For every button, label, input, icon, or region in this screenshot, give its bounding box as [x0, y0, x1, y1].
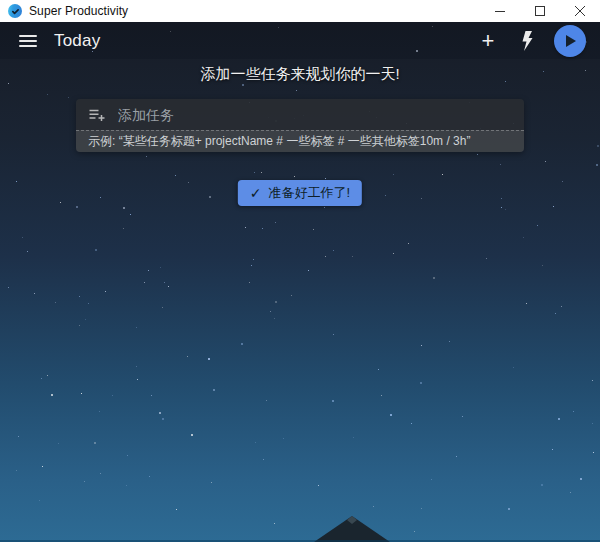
star [313, 229, 314, 230]
star [477, 154, 478, 155]
star [420, 382, 422, 384]
star [421, 345, 422, 346]
star [16, 181, 17, 182]
star [79, 296, 80, 297]
star [213, 389, 215, 391]
star [513, 367, 514, 368]
star [431, 479, 432, 480]
star [16, 470, 17, 471]
star [126, 485, 127, 486]
close-button[interactable] [560, 0, 600, 22]
playlist-add-icon [88, 106, 106, 124]
star [501, 198, 502, 199]
star [381, 395, 382, 396]
star [555, 313, 556, 314]
focus-mode-button[interactable] [516, 27, 540, 55]
star [34, 293, 35, 294]
star [164, 282, 165, 283]
window-title: Super Productivity [29, 4, 128, 18]
star [94, 442, 96, 444]
add-task-input-row [76, 99, 524, 130]
app-window: Super Productivity Today [0, 0, 600, 542]
star [81, 393, 82, 394]
plus-icon: + [482, 28, 495, 54]
add-task-button[interactable]: + [474, 27, 502, 55]
background-sky: Today + 添加一些任务来规划你的一天! 示例: “某些任务标题+ proj… [0, 22, 600, 542]
star [414, 531, 415, 532]
star [84, 481, 85, 482]
star [112, 395, 113, 396]
star [208, 358, 210, 360]
star [176, 509, 177, 510]
star [545, 161, 546, 162]
star [385, 195, 386, 196]
star [58, 443, 59, 444]
ready-button-label: 准备好工作了! [269, 184, 351, 202]
star [274, 318, 275, 319]
star [593, 452, 594, 453]
lightning-bolt-icon [521, 31, 535, 51]
star [254, 172, 255, 173]
star [500, 164, 501, 165]
star [262, 228, 263, 229]
minimize-button[interactable] [480, 0, 520, 22]
star [55, 302, 56, 303]
play-button[interactable] [554, 25, 586, 57]
star [393, 174, 394, 175]
star [449, 341, 450, 342]
star [255, 442, 256, 443]
star [100, 197, 101, 198]
star [79, 325, 80, 326]
star [505, 209, 506, 210]
star [411, 423, 412, 424]
maximize-button[interactable] [520, 0, 560, 22]
main-header: Today + [0, 22, 600, 59]
star [408, 243, 409, 244]
star [241, 343, 243, 345]
star [253, 259, 254, 260]
star [261, 172, 262, 173]
star [275, 301, 277, 303]
star [162, 307, 163, 308]
star [42, 466, 43, 467]
star [308, 270, 309, 271]
star [353, 437, 354, 438]
star [162, 418, 164, 420]
star [191, 434, 193, 436]
star [442, 174, 443, 175]
star [592, 423, 593, 424]
star [486, 258, 487, 259]
add-task-bar: 示例: “某些任务标题+ projectName # 一些标签 # 一些其他标签… [76, 99, 524, 152]
star [88, 303, 89, 304]
star [274, 523, 275, 524]
star [209, 196, 211, 198]
star [159, 412, 161, 414]
ready-to-work-button[interactable]: ✓ 准备好工作了! [238, 180, 362, 206]
star [552, 449, 553, 450]
star [421, 508, 422, 509]
add-task-input[interactable] [116, 106, 512, 124]
star [211, 482, 212, 483]
star [123, 228, 124, 229]
star [245, 227, 246, 228]
star [597, 145, 599, 147]
welcome-headline: 添加一些任务来规划你的一天! [0, 65, 600, 84]
star [393, 253, 394, 254]
star [251, 265, 252, 266]
star [144, 282, 145, 283]
star [175, 175, 176, 176]
mountain-silhouette [314, 516, 390, 542]
star [47, 94, 48, 95]
star [68, 97, 69, 98]
star [333, 250, 334, 251]
add-task-hint: 示例: “某些任务标题+ projectName # 一些标签 # 一些其他标签… [76, 130, 524, 152]
titlebar: Super Productivity [0, 0, 600, 22]
star [136, 366, 137, 367]
menu-button[interactable] [16, 29, 40, 53]
star [22, 237, 23, 238]
star [332, 400, 334, 402]
star [553, 206, 554, 207]
star [352, 256, 353, 257]
star [324, 207, 325, 208]
star [137, 379, 138, 380]
